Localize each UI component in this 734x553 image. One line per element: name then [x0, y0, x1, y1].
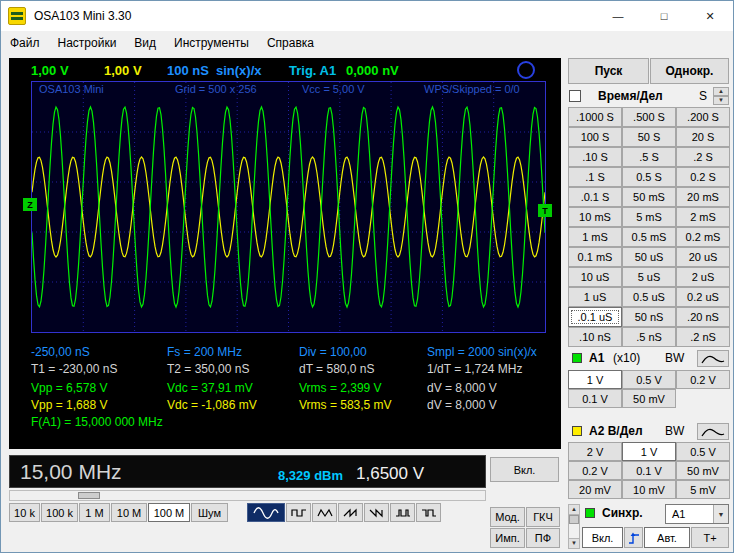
waveform-sawup-button[interactable] — [338, 503, 363, 522]
ch1-scale-button[interactable]: 50 mV — [622, 389, 676, 408]
timebase-button[interactable]: .2 S — [676, 147, 730, 167]
ch1-scale-button[interactable]: 0.1 V — [568, 389, 622, 408]
band-1m-button[interactable]: 1 M — [79, 503, 110, 522]
ch2-scale-button[interactable]: 10 mV — [622, 480, 676, 499]
trigger-level-thumb[interactable] — [569, 515, 579, 524]
scroll-down-icon[interactable]: ▼ — [569, 538, 579, 548]
ch2-scale-button[interactable]: 20 mV — [568, 480, 622, 499]
sync-edge-button[interactable] — [624, 527, 643, 548]
timebase-button[interactable]: .500 S — [622, 107, 676, 127]
frequency-slider-thumb[interactable] — [78, 492, 100, 499]
timebase-button[interactable]: 0.5 S — [622, 167, 676, 187]
band-100m-button[interactable]: 100 M — [148, 503, 190, 522]
oscilloscope-panel: 1,00 V 1,00 V 100 nS sin(x)/x Trig. A1 0… — [9, 58, 561, 449]
timebase-button[interactable]: 20 mS — [676, 187, 730, 207]
timebase-button[interactable]: 20 uS — [676, 247, 730, 267]
menu-tools[interactable]: Инструменты — [165, 32, 258, 54]
waveform-pulse2-button[interactable] — [416, 503, 441, 522]
timebase-button[interactable]: 50 uS — [622, 247, 676, 267]
ch1-scale-button[interactable]: 0.2 V — [676, 370, 730, 389]
timebase-button[interactable]: .2 nS — [676, 327, 730, 347]
timebase-button[interactable]: .5 nS — [622, 327, 676, 347]
sweep-button[interactable]: ГКЧ — [526, 507, 560, 527]
sync-tplus-button[interactable]: Т+ — [691, 527, 729, 548]
timebase-button[interactable]: 5 mS — [622, 207, 676, 227]
timebase-button[interactable]: .0.1 uS — [568, 307, 622, 327]
waveform-square-button[interactable] — [286, 503, 311, 522]
t-marker[interactable]: T — [538, 204, 552, 217]
ch2-scale-button[interactable]: 0.5 V — [676, 442, 730, 461]
band-noise-button[interactable]: Шум — [191, 503, 228, 522]
timebase-button[interactable]: 0.2 S — [676, 167, 730, 187]
run-button[interactable]: Пуск — [568, 58, 649, 84]
timebase-spinner[interactable]: ▲ ▼ — [713, 87, 729, 105]
close-button[interactable]: ✕ — [687, 1, 733, 31]
timebase-button[interactable]: 10 mS — [568, 207, 622, 227]
waveform-sawdown-button[interactable] — [364, 503, 389, 522]
menu-view[interactable]: Вид — [125, 32, 165, 54]
trigger-level-scrollbar[interactable]: ▲ ▼ — [568, 504, 580, 549]
timebase-button[interactable]: 5 uS — [622, 267, 676, 287]
scope-grid[interactable]: OSA103 Mini Grid = 500 x 256 Vcc = 5,00 … — [31, 81, 546, 333]
menu-help[interactable]: Справка — [258, 32, 323, 54]
timebase-button[interactable]: .10 S — [568, 147, 622, 167]
scroll-up-icon[interactable]: ▲ — [569, 505, 579, 515]
timebase-button[interactable]: 2 mS — [676, 207, 730, 227]
mod-button[interactable]: Мод. — [490, 507, 525, 527]
band-10k-button[interactable]: 10 k — [9, 503, 40, 522]
waveform-sine-button[interactable] — [247, 503, 285, 522]
spinner-up-icon[interactable]: ▲ — [713, 87, 729, 96]
timebase-button[interactable]: 0.1 mS — [568, 247, 622, 267]
timebase-button[interactable]: 20 S — [676, 127, 730, 147]
timebase-button[interactable]: 10 uS — [568, 267, 622, 287]
ch2-scale-button[interactable]: 0.2 V — [568, 461, 622, 480]
ch2-scale-button[interactable]: 2 V — [568, 442, 622, 461]
timebase-button[interactable]: .200 S — [676, 107, 730, 127]
band-100k-button[interactable]: 100 k — [41, 503, 78, 522]
timebase-button[interactable]: .5 S — [622, 147, 676, 167]
ch1-bw-label: BW — [665, 351, 684, 365]
ch2-scale-button[interactable]: 1 V — [622, 442, 676, 461]
timebase-button[interactable]: 0.2 mS — [676, 227, 730, 247]
band-10m-button[interactable]: 10 M — [111, 503, 147, 522]
timebase-button[interactable]: 50 S — [622, 127, 676, 147]
timebase-checkbox[interactable] — [569, 90, 581, 102]
timebase-button[interactable]: 0.5 uS — [622, 287, 676, 307]
z-marker[interactable]: Z — [23, 198, 37, 211]
timebase-button[interactable]: .0.1 S — [568, 187, 622, 207]
timebase-button[interactable]: 50 nS — [622, 307, 676, 327]
timebase-button[interactable]: 1 mS — [568, 227, 622, 247]
waveform-triangle-button[interactable] — [312, 503, 337, 522]
timebase-button[interactable]: .1000 S — [568, 107, 622, 127]
ch2-scale-button[interactable]: 0.1 V — [622, 461, 676, 480]
ch1-scale-button[interactable]: 1 V — [568, 370, 622, 389]
timebase-button[interactable]: 50 mS — [622, 187, 676, 207]
single-button[interactable]: Однокр. — [650, 58, 729, 84]
minimize-button[interactable]: — — [595, 1, 641, 31]
bandpass-button[interactable]: ПФ — [526, 528, 560, 548]
ch2-bw-filter-button[interactable] — [697, 423, 729, 440]
ch2-scale-button[interactable]: 5 mV — [676, 480, 730, 499]
sync-on-button[interactable]: Вкл. — [582, 527, 623, 548]
timebase-button[interactable]: .20 nS — [676, 307, 730, 327]
timebase-button[interactable]: 0.2 uS — [676, 287, 730, 307]
sync-auto-button[interactable]: Авт. — [644, 527, 690, 548]
maximize-button[interactable]: □ — [641, 1, 687, 31]
generator-on-button[interactable]: Вкл. — [490, 457, 559, 482]
ch1-bw-filter-button[interactable] — [697, 350, 729, 367]
spinner-down-icon[interactable]: ▼ — [713, 96, 729, 105]
timebase-button[interactable]: 1 uS — [568, 287, 622, 307]
menu-settings[interactable]: Настройки — [49, 32, 126, 54]
timebase-button[interactable]: 0.5 mS — [622, 227, 676, 247]
timebase-button[interactable]: .10 nS — [568, 327, 622, 347]
timebase-button[interactable]: 100 S — [568, 127, 622, 147]
frequency-slider[interactable] — [9, 490, 486, 501]
ch2-scale-button[interactable]: 50 mV — [676, 461, 730, 480]
sync-source-dropdown[interactable]: A1 ▼ — [665, 504, 729, 524]
timebase-button[interactable]: .1 S — [568, 167, 622, 187]
menu-file[interactable]: Файл — [1, 32, 49, 54]
ch1-scale-button[interactable]: 0.5 V — [622, 370, 676, 389]
pulse-mode-button[interactable]: Имп. — [490, 528, 525, 548]
timebase-button[interactable]: 2 uS — [676, 267, 730, 287]
waveform-pulse-button[interactable] — [390, 503, 415, 522]
